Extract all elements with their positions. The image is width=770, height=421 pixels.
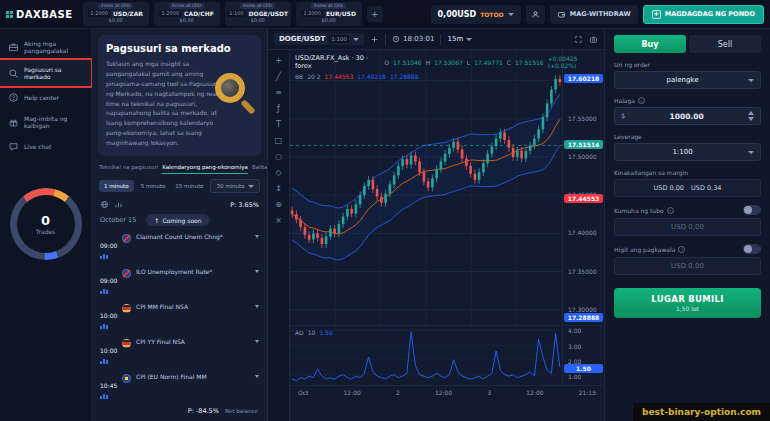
price-axis[interactable]: 17.6000017.5500017.5000017.4500017.40000… [562, 50, 604, 325]
chevron-down-icon [255, 270, 259, 273]
legend-symbol[interactable]: USD/ZAR.FX_Ask · 30 · forex [295, 54, 380, 70]
profile-button[interactable] [526, 5, 545, 24]
globe-icon[interactable] [100, 200, 109, 209]
filter-1-minute[interactable]: 1 minuto [99, 180, 134, 192]
help-icon [8, 92, 19, 103]
ad-axis-label: 1.00 [568, 373, 581, 380]
date-header: October 15 [100, 216, 136, 224]
stop-loss-toggle[interactable] [743, 244, 761, 254]
indicator-function-icon[interactable]: ƒ [277, 105, 280, 113]
logo-text: DAXBASE [16, 9, 73, 20]
zoom-tool-icon[interactable]: ⊕ [275, 201, 282, 209]
chart-pair-selector[interactable]: DOGE/USDT 1:100 [274, 33, 364, 45]
app-logo[interactable]: DAXBASE [6, 9, 73, 20]
filter-5-minutes[interactable]: 5 minuto [138, 180, 169, 192]
tab-leverage: 1:2000 [301, 10, 323, 17]
buy-tab[interactable]: Buy [614, 35, 686, 53]
low-value: 17.49771 [474, 59, 503, 66]
sidebar-item-market-analysis[interactable]: Pagsusuri sa merkado [0, 60, 91, 86]
economic-calendar-list: 09:00 Claimant Count Unem Chng* 09:00 IL… [92, 228, 267, 404]
chevron-down-icon [255, 375, 259, 378]
stat-top: P: 3.65% [230, 201, 259, 209]
candlestick-chart[interactable] [290, 50, 562, 325]
pair-tab-eurusd[interactable]: Forex at CFD 1:2000 EUR/USD $0,00 [296, 2, 362, 26]
tab-technical-analysis[interactable]: Teknikal na pagsusuri [99, 162, 158, 174]
sidebar-item-my-trades[interactable]: Aking mga pangangalakal [0, 34, 91, 60]
ad-axis[interactable]: 4.003.002.001.001.50 [562, 325, 604, 385]
margin-required-label: Kinakailangan sa margin [614, 169, 761, 176]
calendar-event-row[interactable]: 09:00 ILO Unemployment Rate* [92, 263, 267, 298]
amount-input[interactable] [629, 112, 744, 121]
calendar-event-row[interactable]: 10:00 CPI YY Final NSA [92, 333, 267, 368]
fib-retracement-icon[interactable]: ≡ [275, 89, 282, 97]
chevron-down-icon [255, 235, 259, 238]
pattern-tool-icon[interactable]: ◇ [275, 169, 281, 177]
lot-size: 1,50 lot [676, 305, 699, 312]
increment-button[interactable] [748, 111, 754, 115]
topbar: DAXBASE Forex at CFD 1:2000 USD/ZAR $0,0… [0, 0, 770, 29]
chart-bars-icon[interactable] [114, 200, 123, 209]
analysis-description: Tuklasin ang mga insight sa pangangalaka… [106, 59, 220, 148]
take-profit-toggle[interactable] [743, 205, 761, 215]
ad-indicator-name[interactable]: AD [295, 329, 304, 336]
sidebar-item-invite-friend[interactable]: Mag-imbita ng kaibigan [0, 109, 91, 135]
sidebar-item-live-chat[interactable]: Live chat [0, 135, 91, 158]
chart-toolbar-top: DOGE/USDT 1:100 18:03:01 15m [268, 29, 604, 50]
impact-bars-icon [100, 324, 117, 329]
add-indicator-button[interactable] [370, 35, 379, 44]
timeframe-selector[interactable]: 15m [447, 35, 472, 43]
change-value: +0.00425 (+0.02%) [548, 55, 604, 69]
magnifier-icon [8, 68, 19, 79]
filter-15-minutes[interactable]: 15 minuto [172, 180, 206, 192]
delete-drawings-icon[interactable]: × [275, 217, 282, 225]
sidebar-item-help-center[interactable]: Help center [0, 86, 91, 109]
calendar-event-row[interactable]: 10:45 CPI (EU Norm) Final MM [92, 368, 267, 403]
fullscreen-button[interactable] [574, 35, 583, 44]
filter-30-minutes-dropdown[interactable]: 30 minuto [210, 179, 259, 193]
time-axis[interactable]: Oct12:00212:00312:0021:15 [290, 385, 604, 399]
sidebar-item-label: Help center [24, 94, 59, 101]
crosshair-icon[interactable]: + [275, 57, 282, 65]
logo-icon [6, 11, 13, 18]
ellipse-tool-icon[interactable]: ○ [275, 153, 282, 161]
stop-loss-field[interactable]: USD 0,00 [614, 257, 761, 275]
buy-sell-switch: Buy Sell [614, 35, 761, 53]
place-buy-button[interactable]: LUGAR BUMILI 1,50 lot [614, 288, 761, 318]
stat-bottom-label: Net balance [225, 408, 258, 414]
sidebar-item-label: Pagsusuri sa merkado [24, 66, 87, 80]
order-type-dropdown[interactable]: palengke [614, 71, 761, 89]
drawing-toolbar: +╱≡ƒT□○◇↕⊕× [268, 50, 290, 421]
take-profit-field[interactable]: USD 0,00 [614, 218, 761, 236]
time-axis-label: 21:15 [579, 389, 596, 396]
decrement-button[interactable] [748, 117, 754, 121]
calendar-footer: P: -84.5% Net balance [92, 404, 267, 421]
pair-tab-dogeusdt[interactable]: Forex at CFD 1:100 DOGE/USDT $0,00 [225, 2, 291, 26]
tab-pair: DOGE/USDT [249, 10, 289, 17]
chevron-down-icon [748, 151, 754, 154]
amount-label: Halaga [614, 97, 635, 104]
calendar-event-row[interactable]: 09:00 Claimant Count Unem Chng* [92, 228, 267, 263]
rectangle-tool-icon[interactable]: □ [275, 137, 283, 145]
calendar-event-row[interactable]: 10:00 CPI MM Final NSA [92, 298, 267, 333]
impact-bars-icon [100, 359, 117, 364]
flag-icon [122, 374, 131, 383]
add-funds-button[interactable]: MAGDAGDAG NG PONDO [643, 5, 764, 24]
add-pair-tab-button[interactable] [367, 6, 383, 22]
sell-tab[interactable]: Sell [689, 35, 761, 53]
leverage-dropdown[interactable]: 1:100 [614, 143, 761, 161]
trend-line-icon[interactable]: ╱ [276, 73, 281, 81]
withdraw-button[interactable]: MAG-WITHDRAW [550, 5, 638, 24]
tab-market-news[interactable]: Balita sa merkado [252, 162, 267, 174]
tab-economic-calendar[interactable]: Kalendaryong pang-ekonomiya [162, 162, 248, 174]
text-tool-icon[interactable]: T [276, 121, 281, 129]
bb-indicator-name[interactable]: BB [295, 73, 303, 80]
sidebar-item-label: Mag-imbita ng kaibigan [24, 115, 87, 129]
account-balance-dropdown[interactable]: 0,00USD TOTOO [431, 5, 521, 24]
tab-asset-class: Forex at CFD [240, 3, 275, 9]
snapshot-button[interactable] [589, 35, 598, 44]
sidebar-item-label: Aking mga pangangalakal [24, 40, 87, 54]
pair-tab-cadchf[interactable]: Forex at CFD 1:2000 CAD/CHF $0,00 [154, 2, 220, 26]
pair-tab-usdzar[interactable]: Forex at CFD 1:2000 USD/ZAR $0,00 [83, 2, 149, 26]
measure-tool-icon[interactable]: ↕ [275, 185, 282, 193]
coming-soon-button[interactable]: Coming soon [146, 214, 209, 226]
